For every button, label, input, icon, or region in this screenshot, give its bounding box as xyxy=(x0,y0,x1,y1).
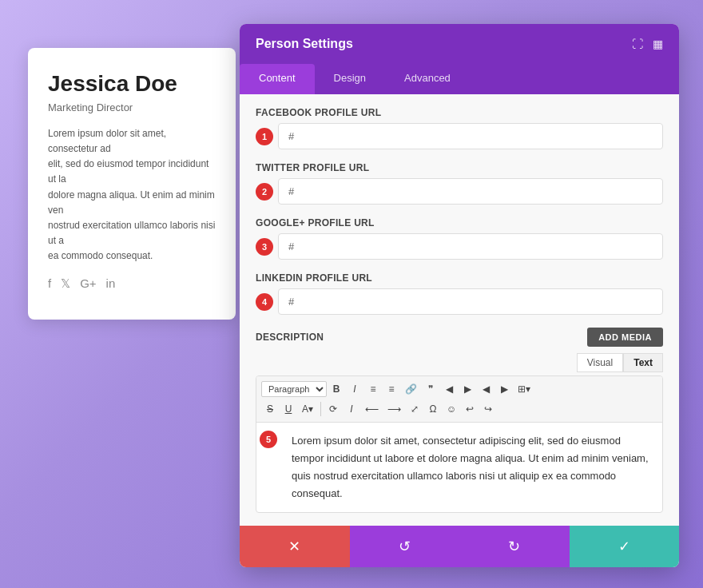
panel-footer: ✕ ↺ ↻ ✓ xyxy=(240,526,679,567)
tab-content[interactable]: Content xyxy=(240,64,315,94)
align-justify-button[interactable]: ▶ xyxy=(495,381,513,397)
panel-content: Facebook Profile Url 1 Twitter Profile U… xyxy=(240,94,679,526)
align-right-button[interactable]: ◀ xyxy=(477,381,494,397)
link-button[interactable]: 🔗 xyxy=(401,381,421,397)
preview-card: Jessica Doe Marketing Director Lorem ips… xyxy=(28,48,236,320)
emoji-button[interactable]: ☺ xyxy=(443,401,460,417)
underline-button[interactable]: U xyxy=(280,401,297,417)
panel-header: Person Settings ⛶ ▦ xyxy=(240,24,679,64)
badge-3: 3 xyxy=(256,238,273,256)
settings-panel: Person Settings ⛶ ▦ Content Design Advan… xyxy=(240,24,679,567)
preview-social: f 𝕏 G+ in xyxy=(48,276,216,291)
paragraph-select[interactable]: Paragraph xyxy=(261,381,327,397)
separator-1 xyxy=(320,402,321,416)
outdent-button[interactable]: ⟵ xyxy=(361,401,383,417)
header-icons: ⛶ ▦ xyxy=(632,38,663,50)
tab-design[interactable]: Design xyxy=(315,64,385,94)
linkedin-icon[interactable]: in xyxy=(106,276,116,291)
cancel-button[interactable]: ✕ xyxy=(240,526,350,567)
ordered-list-button[interactable]: ≡ xyxy=(383,381,400,397)
panel-title: Person Settings xyxy=(256,37,353,51)
twitter-field-group: Twitter Profile Url 2 xyxy=(256,162,663,205)
undo-editor-button[interactable]: ↩ xyxy=(461,401,479,417)
align-center-button[interactable]: ▶ xyxy=(459,381,476,397)
linkedin-field-group: LinkedIn Profile Url 4 xyxy=(256,272,663,315)
googleplus-input[interactable] xyxy=(278,233,663,260)
tab-visual[interactable]: Visual xyxy=(577,353,623,372)
description-section: Description ADD MEDIA Visual Text Paragr… xyxy=(256,328,663,513)
visual-text-tabs: Visual Text xyxy=(256,353,663,372)
blockquote-button[interactable]: ❞ xyxy=(422,381,439,397)
googleplus-icon[interactable]: G+ xyxy=(80,276,96,291)
facebook-label: Facebook Profile Url xyxy=(256,107,663,118)
preview-description: Lorem ipsum dolor sit amet, consectetur … xyxy=(48,126,216,264)
save-button[interactable]: ✓ xyxy=(570,526,680,567)
paste-text-button[interactable]: ⟳ xyxy=(324,401,342,417)
unordered-list-button[interactable]: ≡ xyxy=(364,381,382,397)
align-left-button[interactable]: ◀ xyxy=(440,381,458,397)
editor-content[interactable]: Lorem ipsum dolor sit amet, consectetur … xyxy=(282,423,662,512)
linkedin-input[interactable] xyxy=(278,288,663,315)
preview-name: Jessica Doe xyxy=(48,72,216,97)
font-color-button[interactable]: A▾ xyxy=(298,401,317,417)
undo-button[interactable]: ↺ xyxy=(350,526,460,567)
redo-icon: ↻ xyxy=(508,538,520,555)
indent-button[interactable]: ⟶ xyxy=(383,401,405,417)
badge-2: 2 xyxy=(256,183,273,201)
preview-title: Marketing Director xyxy=(48,101,216,113)
googleplus-field-group: Google+ Profile Url 3 xyxy=(256,217,663,260)
editor-wrapper: Paragraph B I ≡ ≡ 🔗 ❞ ◀ ▶ ◀ ▶ ⊞▾ xyxy=(256,375,663,513)
italic-2-button[interactable]: I xyxy=(343,401,360,417)
editor-body: 5 Lorem ipsum dolor sit amet, consectetu… xyxy=(256,423,662,512)
save-icon: ✓ xyxy=(618,538,630,555)
facebook-input[interactable] xyxy=(278,123,663,149)
badge-1: 1 xyxy=(256,128,273,145)
cancel-icon: ✕ xyxy=(288,538,300,555)
fullscreen-icon[interactable]: ⛶ xyxy=(632,38,643,50)
tab-text[interactable]: Text xyxy=(623,353,663,372)
add-media-button[interactable]: ADD MEDIA xyxy=(587,328,663,347)
redo-button[interactable]: ↻ xyxy=(459,526,570,567)
badge-4: 4 xyxy=(256,293,273,311)
bold-button[interactable]: B xyxy=(328,381,345,397)
editor-toolbar: Paragraph B I ≡ ≡ 🔗 ❞ ◀ ▶ ◀ ▶ ⊞▾ xyxy=(256,376,662,423)
badge-5: 5 xyxy=(260,431,277,448)
redo-editor-button[interactable]: ↪ xyxy=(479,401,497,417)
strikethrough-button[interactable]: S xyxy=(261,401,279,417)
linkedin-label: LinkedIn Profile Url xyxy=(256,272,663,284)
fullscreen-2-button[interactable]: ⤢ xyxy=(406,401,423,417)
twitter-input[interactable] xyxy=(278,178,663,205)
table-button[interactable]: ⊞▾ xyxy=(514,381,534,397)
layout-icon[interactable]: ▦ xyxy=(653,38,663,50)
undo-icon: ↺ xyxy=(399,538,411,555)
twitter-icon[interactable]: 𝕏 xyxy=(61,276,70,291)
googleplus-label: Google+ Profile Url xyxy=(256,217,663,228)
special-char-button[interactable]: Ω xyxy=(424,401,442,417)
tab-advanced[interactable]: Advanced xyxy=(385,64,470,94)
facebook-icon[interactable]: f xyxy=(48,276,51,291)
description-label: Description xyxy=(256,332,324,343)
facebook-field-group: Facebook Profile Url 1 xyxy=(256,107,663,149)
panel-tabs: Content Design Advanced xyxy=(240,64,679,94)
italic-button[interactable]: I xyxy=(346,381,363,397)
twitter-label: Twitter Profile Url xyxy=(256,162,663,173)
